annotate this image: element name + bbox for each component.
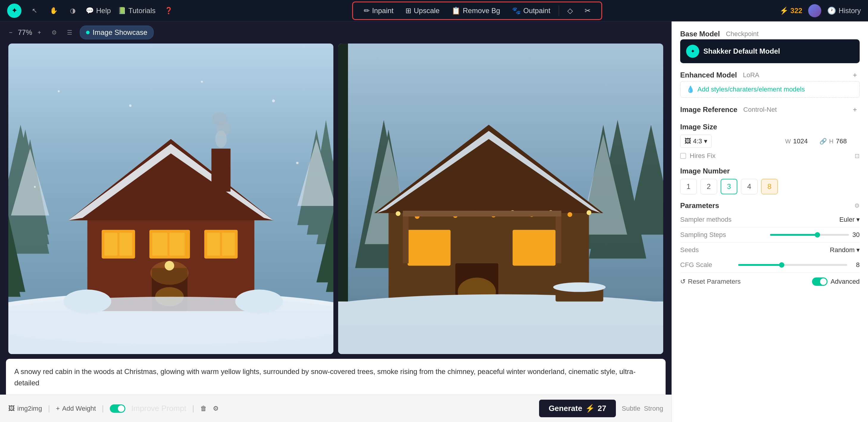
base-model-title: Base Model [680,30,720,38]
list-tool-button[interactable]: ☰ [64,27,75,38]
width-input[interactable]: 1024 [793,137,817,145]
parameters-header: Parameters ⚙ [680,201,860,210]
number-4-button[interactable]: 4 [741,179,757,194]
bottom-controls-row: ↺ Reset Parameters Advanced [680,273,860,286]
image-size-title: Image Size [680,123,860,131]
parameters-settings-icon[interactable]: ⚙ [854,202,860,209]
lora-add-button[interactable]: 💧 Add styles/charaters/element models [680,81,860,98]
chevron-down-icon: ▾ [704,137,707,145]
eraser-button[interactable]: ◇ [561,4,579,17]
app-logo[interactable]: ✦ [7,4,22,18]
user-avatar[interactable] [808,4,821,17]
slider-fill [770,234,817,236]
svg-rect-85 [338,326,663,354]
slider-thumb[interactable] [815,232,820,237]
mask-tool[interactable]: ◑ [67,5,79,17]
remove-bg-button[interactable]: 📋 Remove Bg [445,4,506,17]
image-number-title: Image Number [680,167,860,175]
model-card[interactable]: ✦ Shakker Default Model [680,39,860,63]
hires-fix-checkbox[interactable] [680,153,686,159]
image-right-panel: 👍 👎 [338,44,663,354]
tab-indicator [86,31,90,34]
seeds-label: Seeds [680,246,830,254]
subtle-label: Subtle [622,405,640,413]
advanced-toggle: Advanced [812,278,860,286]
tutorials-button[interactable]: 📗 Tutorials [118,6,155,15]
strength-control: Subtle Strong [622,405,663,413]
lora-add-icon: 💧 [686,86,694,93]
svg-point-49 [296,162,299,164]
center-toolbar: ✏ Inpaint ⊞ Upscale 📋 Remove Bg 🐾 Outpai… [352,1,602,20]
improve-prompt-toggle[interactable] [110,404,125,413]
outpaint-button[interactable]: 🐾 Outpaint [506,4,556,17]
prompt-text[interactable]: A snowy red cabin in the woods at Christ… [14,366,657,389]
add-weight-button[interactable]: + Add Weight [56,405,96,413]
add-weight-icon: + [56,405,60,413]
size-input-group: W 1024 🔗 H 768 [785,137,860,145]
zoom-in-button[interactable]: + [34,28,44,37]
height-input[interactable]: 768 [836,137,860,145]
history-button[interactable]: 🕐 History [827,6,861,15]
hires-fix-label: Hires Fix [690,152,716,160]
top-nav: ✦ ↖ ✋ ◑ 💬 Help 📗 Tutorials ❓ ✏ Inpaint [0,0,868,22]
image-reference-title: Image Reference [680,106,737,114]
svg-rect-28 [119,233,132,256]
number-3-button[interactable]: 3 [721,179,737,194]
hand-tool[interactable]: ✋ [48,5,60,17]
enhanced-model-header: Enhanced Model LoRA + [680,70,860,80]
svg-point-41 [235,290,283,313]
aspect-ratio-selector[interactable]: 🖼 4:3 ▾ [680,135,712,148]
zoom-control: − 77% + [6,28,44,37]
add-enhanced-model-button[interactable]: + [850,70,860,80]
svg-rect-27 [104,233,117,256]
sampling-steps-row: Sampling Steps 30 [680,227,860,243]
number-2-button[interactable]: 2 [701,179,717,194]
image-showcase-tab[interactable]: Image Showcase [80,26,154,39]
sampler-selector[interactable]: Euler ▾ [839,216,860,224]
sampler-value: Euler [839,216,855,224]
base-model-header: Base Model Checkpoint [680,30,860,38]
lora-placeholder-text: Add styles/charaters/element models [698,86,805,93]
base-model-section: Base Model Checkpoint ✦ Shakker Default … [680,30,860,63]
question-icon[interactable]: ❓ [163,5,175,17]
svg-point-38 [150,261,188,285]
delete-button[interactable]: 🗑 [200,405,207,413]
reset-icon: ↺ [680,278,685,285]
parameters-section: Parameters ⚙ Sampler methods Euler ▾ Sam… [680,201,860,286]
img2img-icon: 🖼 [8,405,15,413]
inpaint-button[interactable]: ✏ Inpaint [358,4,400,17]
generate-label: Generate [549,404,582,413]
number-1-button[interactable]: 1 [680,179,697,194]
help-button[interactable]: 💬 Help [86,6,111,15]
cursor-tool[interactable]: ↖ [29,5,40,17]
settings-tool-button[interactable]: ⚙ [49,27,60,38]
scissors-button[interactable]: ✂ [579,4,596,17]
add-image-reference-button[interactable]: + [850,105,860,114]
hires-expand-button[interactable]: ⊡ [855,152,860,160]
sampling-steps-slider[interactable]: 30 [770,231,860,239]
parameters-title: Parameters [680,201,719,210]
seeds-row: Seeds Random ▾ [680,243,860,257]
number-8-button[interactable]: 8 [761,179,778,194]
right-sidebar: Base Model Checkpoint ✦ Shakker Default … [672,22,868,422]
zoom-level: 77% [18,28,32,37]
reset-parameters-button[interactable]: ↺ Reset Parameters [680,278,741,285]
seeds-value: Random [830,246,855,254]
ratio-value: 4:3 [693,137,702,145]
cfg-scale-slider[interactable] [738,264,847,266]
separator-2: | [102,404,104,413]
seeds-selector[interactable]: Random ▾ [830,246,860,254]
settings-button[interactable]: ⚙ [213,405,219,413]
svg-point-74 [587,210,591,215]
sampler-label: Sampler methods [680,216,839,224]
svg-point-44 [129,104,131,107]
zoom-out-button[interactable]: − [6,28,16,37]
svg-rect-80 [555,211,561,263]
generate-button[interactable]: Generate ⚡ 27 [539,400,616,417]
advanced-toggle-switch[interactable] [812,278,828,286]
cfg-slider-thumb[interactable] [779,262,784,268]
improve-prompt-label: Improve Prompt [131,404,186,413]
upscale-button[interactable]: ⊞ Upscale [400,4,445,17]
img2img-button[interactable]: 🖼 img2img [8,405,42,413]
image-number-section: Image Number 1 2 3 4 8 [680,167,860,194]
